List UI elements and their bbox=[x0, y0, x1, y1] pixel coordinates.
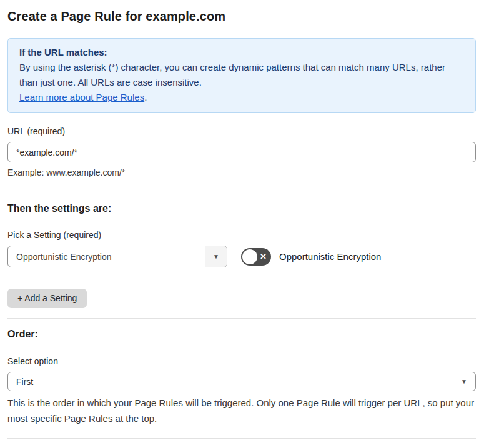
order-select[interactable]: First ▼ bbox=[7, 372, 476, 391]
order-section-heading: Order: bbox=[7, 327, 476, 341]
order-helper-text: This is the order in which your Page Rul… bbox=[7, 395, 476, 426]
url-matches-info-box: If the URL matches: By using the asteris… bbox=[7, 38, 476, 113]
setting-picker-label: Pick a Setting (required) bbox=[7, 229, 476, 241]
info-box-body: By using the asterisk (*) character, you… bbox=[19, 60, 464, 90]
learn-more-link[interactable]: Learn more about Page Rules bbox=[19, 92, 144, 102]
settings-section-heading: Then the settings are: bbox=[7, 202, 476, 215]
setting-picker-value: Opportunistic Encryption bbox=[8, 246, 205, 267]
section-divider bbox=[7, 438, 476, 439]
toggle-setting-label: Opportunistic Encryption bbox=[279, 251, 381, 262]
section-divider bbox=[7, 318, 476, 319]
section-divider bbox=[7, 192, 476, 192]
info-box-link-line: Learn more about Page Rules. bbox=[19, 90, 464, 105]
setting-picker-caret-button[interactable]: ▼ bbox=[205, 246, 227, 267]
info-box-heading: If the URL matches: bbox=[19, 45, 464, 60]
setting-row: Opportunistic Encryption ▼ ✕ Opportunist… bbox=[7, 246, 476, 267]
url-example-helper: Example: www.example.com/* bbox=[7, 167, 476, 178]
chevron-down-icon: ▼ bbox=[213, 254, 219, 260]
toggle-off-x-icon: ✕ bbox=[260, 252, 267, 261]
url-field-label: URL (required) bbox=[7, 126, 476, 137]
page-title: Create a Page Rule for example.com bbox=[7, 8, 476, 24]
create-page-rule-form: Create a Page Rule for example.com If th… bbox=[0, 0, 484, 448]
add-setting-button[interactable]: + Add a Setting bbox=[7, 289, 87, 308]
url-input[interactable] bbox=[7, 142, 476, 162]
setting-picker-dropdown[interactable]: Opportunistic Encryption ▼ bbox=[7, 246, 227, 267]
order-select-label: Select option bbox=[7, 356, 476, 367]
link-suffix: . bbox=[144, 92, 147, 102]
order-select-value: First bbox=[16, 377, 33, 387]
toggle-knob bbox=[242, 249, 257, 264]
chevron-down-icon: ▼ bbox=[461, 379, 467, 385]
opportunistic-encryption-toggle[interactable]: ✕ bbox=[241, 248, 271, 266]
